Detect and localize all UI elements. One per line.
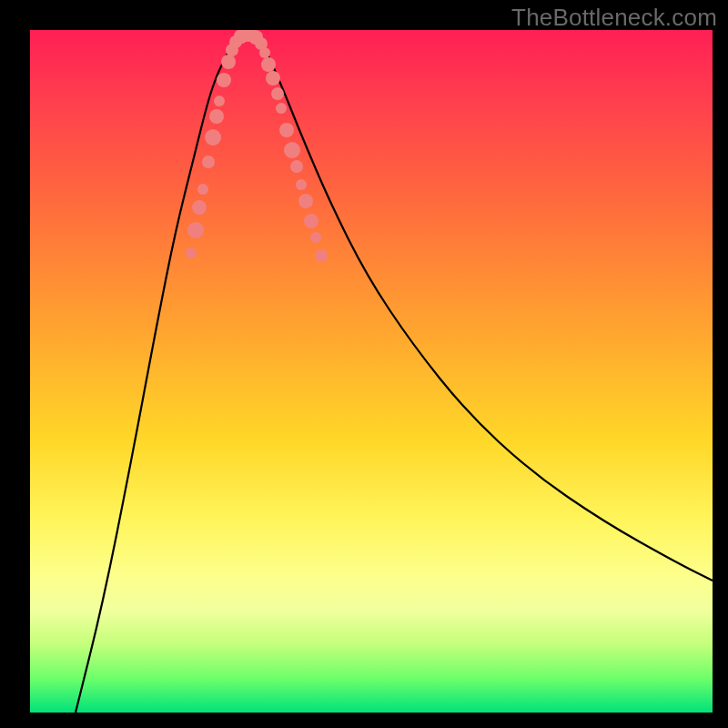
data-marker (271, 87, 284, 100)
watermark-text: TheBottleneck.com (511, 4, 717, 32)
chart-frame: TheBottleneck.com (0, 0, 728, 728)
curve-right (256, 35, 713, 581)
chart-svg (30, 30, 713, 713)
data-marker (298, 194, 313, 208)
data-marker (221, 55, 236, 69)
data-marker (266, 71, 280, 86)
data-marker (279, 123, 294, 137)
plot-area (30, 30, 713, 713)
data-marker (276, 103, 287, 114)
data-marker (214, 96, 225, 106)
curve-group (76, 35, 713, 713)
data-marker (197, 184, 208, 195)
data-marker (296, 179, 307, 190)
data-marker (187, 222, 204, 238)
data-marker (259, 47, 270, 58)
data-marker (284, 142, 300, 158)
data-marker (192, 200, 207, 215)
data-marker (202, 156, 215, 168)
data-marker (315, 249, 328, 262)
data-marker (290, 160, 303, 173)
data-marker (261, 57, 276, 72)
data-marker (310, 232, 321, 243)
data-marker (209, 109, 224, 124)
data-marker (205, 129, 221, 146)
data-marker (217, 73, 231, 87)
data-marker (186, 248, 197, 258)
data-marker (304, 214, 318, 228)
